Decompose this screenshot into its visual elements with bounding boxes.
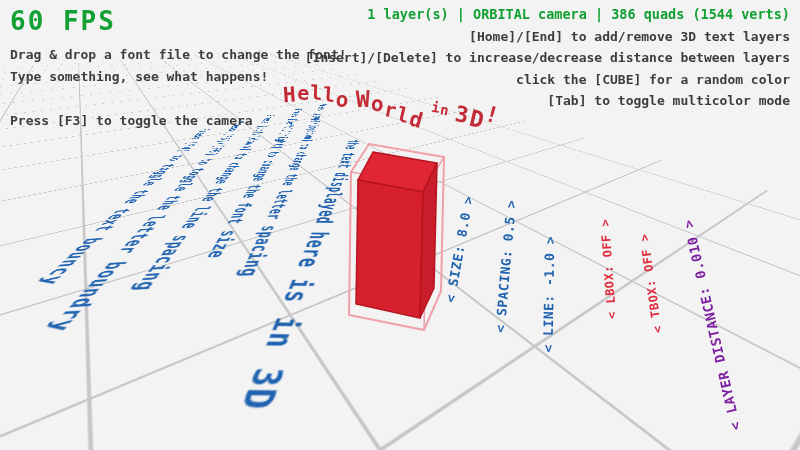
hint-layer-distance: [Insert]/[Delete] to increase/decrease d… [305,47,790,68]
stats-readout: 1 layer(s) | ORBITAL camera | 386 quads … [305,6,790,22]
hud-left: 60 FPS Drag & drop a font file to change… [10,6,347,132]
fps-counter: 60 FPS [10,6,347,36]
ground-instruction-bouncy: Press [F4] to toggle the text bouncy [32,128,213,286]
cube-front-face [356,180,423,318]
hint-cube-color: click the [CUBE] for a random color [305,69,790,90]
3d-viewport[interactable]: Press [F4] to toggle the text bouncy Pre… [0,0,800,450]
hud-right: 1 layer(s) | ORBITAL camera | 386 quads … [305,6,790,112]
hint-add-layers: [Home]/[End] to add/remove 3D text layer… [305,26,790,47]
hud-spacer [10,88,347,110]
ground-instruction-boundry: Press [F5]/[F6] to toggle the letter bou… [40,121,247,333]
hint-drag-drop: Drag & drop a font file to change the fo… [10,44,347,66]
cube[interactable] [356,152,437,318]
status-line: < LINE: -1.0 > [541,236,558,353]
hint-camera-toggle: Press [F3] to toggle the camera [10,110,347,132]
hint-multicolor: [Tab] to toggle multicolor mode [305,90,790,111]
hint-type: Type something, see what happens! [10,66,347,88]
